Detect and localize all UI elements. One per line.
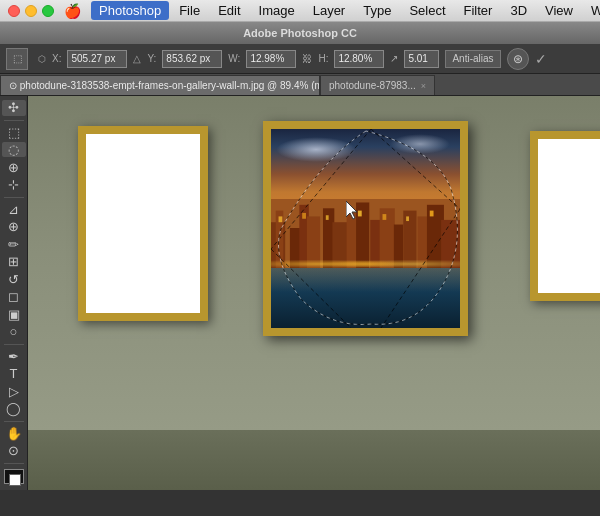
tool-separator-2: [4, 197, 24, 198]
svg-rect-22: [406, 216, 409, 221]
close-button[interactable]: [8, 5, 20, 17]
svg-rect-17: [279, 216, 283, 222]
floor: [28, 430, 600, 490]
healing-tool[interactable]: ⊕: [2, 219, 26, 235]
gradient-tool[interactable]: ▣: [2, 307, 26, 323]
gallery-scene: [28, 96, 600, 490]
x-field[interactable]: [67, 50, 127, 68]
menu-photoshop[interactable]: Photoshop: [91, 1, 169, 20]
cloud-1: [276, 137, 356, 162]
brush-tool[interactable]: ✏: [2, 236, 26, 252]
h-field[interactable]: [334, 50, 384, 68]
svg-rect-23: [430, 210, 434, 216]
zoom-tool[interactable]: ⊙: [2, 443, 26, 459]
antialias-button[interactable]: Anti-alias: [445, 50, 500, 68]
clone-tool[interactable]: ⊞: [2, 254, 26, 270]
menu-image[interactable]: Image: [251, 1, 303, 20]
crop-tool[interactable]: ⊹: [2, 177, 26, 193]
svg-rect-19: [326, 215, 329, 220]
tool-icon[interactable]: ⬚: [6, 48, 28, 70]
marquee-tool[interactable]: ⬚: [2, 124, 26, 140]
check-mark[interactable]: ✓: [535, 51, 547, 67]
svg-rect-21: [383, 214, 387, 220]
menu-file[interactable]: File: [171, 1, 208, 20]
tool-separator-1: [4, 120, 24, 121]
eyedropper-tool[interactable]: ⊿: [2, 201, 26, 217]
w-field[interactable]: [246, 50, 296, 68]
text-tool[interactable]: T: [2, 366, 26, 382]
x-label: X:: [52, 53, 61, 64]
tool-separator-5: [4, 463, 24, 464]
tab-second-close[interactable]: ×: [421, 81, 426, 91]
tab-bar: ⊙ photodune-3183538-empt-frames-on-galle…: [0, 74, 600, 96]
canvas-area[interactable]: [28, 96, 600, 490]
mac-menubar: 🍎 Photoshop File Edit Image Layer Type S…: [0, 0, 600, 22]
tab-second-image[interactable]: photodune-87983... ×: [320, 75, 435, 95]
options-bar: ⬚ ⬡ X: △ Y: W: ⛓ H: ↗ Anti-alias ⊛ ✓: [0, 44, 600, 74]
y-label: Y:: [147, 53, 156, 64]
apple-menu[interactable]: 🍎: [64, 3, 81, 19]
dodge-tool[interactable]: ○: [2, 324, 26, 340]
tool-separator-3: [4, 344, 24, 345]
lasso-tool[interactable]: ◌: [2, 142, 26, 158]
frame-middle: [263, 121, 468, 336]
menu-filter[interactable]: Filter: [456, 1, 501, 20]
menu-window[interactable]: Window: [583, 1, 600, 20]
y-field[interactable]: [162, 50, 222, 68]
tab-main-label: ⊙ photodune-3183538-empt-frames-on-galle…: [9, 80, 320, 91]
move-tool[interactable]: ✣: [2, 100, 26, 116]
menu-view[interactable]: View: [537, 1, 581, 20]
eraser-tool[interactable]: ◻: [2, 289, 26, 305]
traffic-lights: [8, 5, 54, 17]
path-tool[interactable]: ▷: [2, 384, 26, 400]
ps-titlebar: Adobe Photoshop CC: [0, 22, 600, 44]
menu-layer[interactable]: Layer: [305, 1, 354, 20]
main-area: ✣ ⬚ ◌ ⊕ ⊹ ⊿ ⊕ ✏ ⊞ ↺ ◻ ▣ ○ ✒ T ▷ ◯ ✋ ⊙: [0, 96, 600, 490]
angle-icon: ↗: [390, 53, 398, 64]
link-icon[interactable]: ⛓: [302, 53, 312, 64]
frame-right: [530, 131, 600, 301]
svg-rect-18: [302, 213, 306, 219]
menu-3d[interactable]: 3D: [502, 1, 535, 20]
delta-icon: △: [133, 53, 141, 64]
frame-right-content: [538, 139, 600, 293]
frame-left: [78, 126, 208, 321]
hand-tool[interactable]: ✋: [2, 425, 26, 441]
menu-type[interactable]: Type: [355, 1, 399, 20]
shape-tool[interactable]: ◯: [2, 401, 26, 417]
quick-select-tool[interactable]: ⊕: [2, 159, 26, 175]
svg-rect-20: [358, 210, 362, 216]
w-label: W:: [228, 53, 240, 64]
refine-button[interactable]: ⊛: [507, 48, 529, 70]
waterline-lights: [271, 256, 460, 272]
menu-edit[interactable]: Edit: [210, 1, 248, 20]
app-title: Adobe Photoshop CC: [243, 27, 357, 39]
menu-select[interactable]: Select: [401, 1, 453, 20]
feather-icon: ⬡: [38, 54, 46, 64]
venice-water: [271, 268, 460, 328]
tab-second-label: photodune-87983...: [329, 80, 416, 91]
venice-photo: [271, 129, 460, 328]
h-label: H:: [318, 53, 328, 64]
tab-main-image[interactable]: ⊙ photodune-3183538-empt-frames-on-galle…: [0, 75, 320, 95]
maximize-button[interactable]: [42, 5, 54, 17]
left-toolbar: ✣ ⬚ ◌ ⊕ ⊹ ⊿ ⊕ ✏ ⊞ ↺ ◻ ▣ ○ ✒ T ▷ ◯ ✋ ⊙: [0, 96, 28, 490]
venice-clouds: [271, 132, 460, 202]
cloud-2: [390, 134, 450, 154]
frame-left-content: [86, 134, 200, 313]
tool-separator-4: [4, 421, 24, 422]
background-color[interactable]: [9, 474, 21, 486]
minimize-button[interactable]: [25, 5, 37, 17]
pen-tool[interactable]: ✒: [2, 348, 26, 364]
foreground-color[interactable]: [4, 469, 24, 484]
history-tool[interactable]: ↺: [2, 271, 26, 287]
angle-field[interactable]: [404, 50, 439, 68]
